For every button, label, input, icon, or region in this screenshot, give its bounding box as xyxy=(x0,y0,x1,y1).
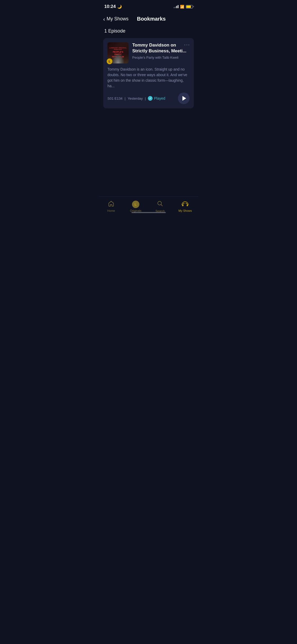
charging-bolt: ⚡ xyxy=(187,6,190,8)
played-label: Played xyxy=(154,96,165,100)
moon-icon: 🌙 xyxy=(117,4,122,9)
episode-card: ··· LUMINARY ORIGINAL PODCAST PEOPLE'SPA… xyxy=(103,38,194,108)
thumbnail-top-text: LUMINARY ORIGINAL PODCAST xyxy=(109,47,128,50)
episode-description: Tommy Davidson is an icon. Straight up a… xyxy=(107,67,190,89)
tab-search[interactable]: Search xyxy=(151,199,169,214)
back-button[interactable]: ‹ My Shows xyxy=(103,16,129,22)
signal-bar-2 xyxy=(175,7,176,8)
tab-my-shows[interactable]: My Shows xyxy=(175,200,195,213)
meta-separator-1: | xyxy=(125,96,125,100)
tab-originals[interactable]: L Originals xyxy=(126,200,145,213)
play-button[interactable] xyxy=(178,93,190,104)
signal-bar-1 xyxy=(174,7,175,8)
tab-my-shows-label: My Shows xyxy=(178,209,192,212)
battery-icon: ⚡ xyxy=(186,5,193,8)
tab-bar: Home L Originals Search xyxy=(99,196,198,215)
tab-items: Home L Originals Search xyxy=(99,199,198,214)
podcast-name: People's Party with Talib Kweli xyxy=(132,56,190,59)
meta-separator-2: | xyxy=(145,96,146,100)
battery-fill: ⚡ xyxy=(186,6,191,8)
search-icon xyxy=(157,200,163,208)
status-icons: 📶 ⚡ xyxy=(174,5,193,9)
play-triangle-icon xyxy=(182,96,186,101)
podcast-logo-badge: L xyxy=(106,58,113,65)
more-options-button[interactable]: ··· xyxy=(184,42,190,47)
played-badge: Played xyxy=(148,96,165,101)
back-label: My Shows xyxy=(107,16,129,22)
episode-title: Tommy Davidson on Strictly Business, Mee… xyxy=(132,42,190,54)
episode-date: Yesterday xyxy=(128,96,143,100)
signal-bar-3 xyxy=(176,6,177,8)
time-display: 10:24 xyxy=(104,4,116,9)
page-title: Bookmarks xyxy=(137,16,166,22)
card-footer: S01 E134 | Yesterday | Played xyxy=(107,93,190,104)
status-bar: 10:24 🌙 📶 ⚡ xyxy=(99,0,198,12)
svg-line-1 xyxy=(161,205,163,206)
tab-home[interactable]: Home xyxy=(102,200,120,213)
originals-badge-icon: L xyxy=(132,201,139,208)
home-icon xyxy=(108,201,114,208)
nav-header: ‹ My Shows Bookmarks xyxy=(99,12,198,25)
tab-home-label: Home xyxy=(107,209,115,212)
episode-meta: S01 E134 | Yesterday | Played xyxy=(107,96,165,101)
card-info: Tommy Davidson on Strictly Business, Mee… xyxy=(132,42,190,59)
episode-count: 1 Episode xyxy=(99,25,198,38)
episode-thumbnail: LUMINARY ORIGINAL PODCAST PEOPLE'SPARTYW… xyxy=(107,42,129,63)
logo-letter: L xyxy=(109,60,111,63)
signal-bar-4 xyxy=(178,5,178,8)
svg-rect-3 xyxy=(187,205,188,206)
card-top: LUMINARY ORIGINAL PODCAST PEOPLE'SPARTYW… xyxy=(107,42,190,63)
wifi-icon: 📶 xyxy=(180,5,184,9)
played-check-icon xyxy=(148,96,153,101)
signal-icon xyxy=(174,5,178,8)
home-indicator xyxy=(131,212,166,213)
episode-season: S01 E134 xyxy=(107,96,122,100)
back-chevron-icon: ‹ xyxy=(103,16,105,22)
my-shows-icon xyxy=(182,201,188,208)
svg-rect-2 xyxy=(182,205,183,206)
status-time: 10:24 🌙 xyxy=(104,4,122,9)
